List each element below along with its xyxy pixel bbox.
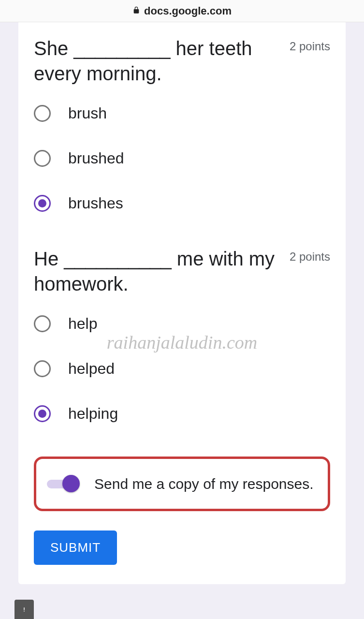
radio-label: brushed [68, 149, 124, 167]
browser-url: docs.google.com [144, 5, 232, 17]
options-group: help helped helping [34, 315, 330, 423]
radio-icon [34, 150, 51, 167]
question-block-1: She _________ her teeth every morning. 2… [34, 36, 330, 212]
exclamation-icon [20, 605, 29, 614]
form-card: She _________ her teeth every morning. 2… [18, 22, 346, 584]
send-copy-toggle[interactable] [47, 475, 81, 493]
browser-address-bar: docs.google.com [0, 0, 364, 22]
report-problem-button[interactable] [15, 600, 34, 619]
question-title: She _________ her teeth every morning. [34, 36, 280, 86]
toggle-thumb-icon [62, 475, 80, 492]
radio-label: helping [68, 405, 118, 423]
question-block-2: He __________ me with my homework. 2 poi… [34, 246, 330, 423]
radio-icon [34, 105, 51, 122]
radio-label: help [68, 315, 98, 333]
radio-option-brushed[interactable]: brushed [34, 149, 330, 167]
radio-option-helping[interactable]: helping [34, 405, 330, 423]
radio-option-brush[interactable]: brush [34, 104, 330, 122]
submit-button[interactable]: SUBMIT [34, 531, 117, 565]
radio-label: helped [68, 360, 115, 378]
send-copy-section: Send me a copy of my responses. [34, 457, 330, 511]
question-points-badge: 2 points [290, 36, 330, 53]
question-title: He __________ me with my homework. [34, 246, 280, 296]
options-group: brush brushed brushes [34, 104, 330, 212]
lock-icon [132, 6, 140, 16]
send-copy-label: Send me a copy of my responses. [94, 474, 314, 493]
radio-icon [34, 195, 51, 212]
radio-option-helped[interactable]: helped [34, 360, 330, 378]
radio-option-help[interactable]: help [34, 315, 330, 333]
radio-icon [34, 405, 51, 422]
radio-icon [34, 360, 51, 377]
radio-option-brushes[interactable]: brushes [34, 194, 330, 212]
question-points-badge: 2 points [290, 246, 330, 264]
radio-label: brushes [68, 194, 123, 212]
radio-label: brush [68, 104, 107, 122]
radio-icon [34, 315, 51, 332]
